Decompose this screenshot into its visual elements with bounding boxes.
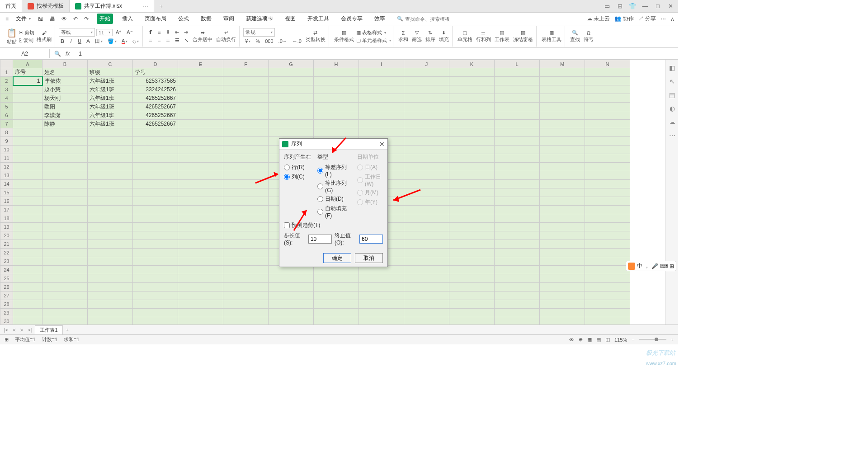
cell[interactable] [178,188,223,197]
stop-input[interactable] [359,235,383,244]
share-button[interactable]: ↗ 分享 [638,15,656,23]
cell[interactable] [495,137,540,146]
side-chart-icon[interactable]: ◐ [670,105,675,112]
cell[interactable] [404,283,449,291]
border-button[interactable]: 田▾ [93,38,104,45]
cell[interactable] [269,283,314,291]
cell[interactable] [540,257,585,266]
cell[interactable]: 姓名 [42,68,88,77]
tab-member[interactable]: 会员专享 [338,14,365,24]
cell[interactable] [269,85,314,94]
cell-button[interactable]: ▢单元格 [456,30,474,43]
tab-workbook[interactable]: 共享工作簿.xlsx⋯ [70,0,154,12]
row-header[interactable]: 9 [0,137,13,146]
cell[interactable] [585,85,630,94]
name-box[interactable]: A2 [0,49,50,58]
cell[interactable] [449,283,495,291]
side-gear-icon[interactable]: ◧ [669,64,675,71]
align-center-icon[interactable]: ≡ [156,37,163,44]
cell[interactable] [88,317,133,325]
row-header[interactable]: 27 [0,291,13,300]
cell[interactable] [585,197,630,206]
row-header[interactable]: 19 [0,223,13,231]
cell[interactable] [223,120,269,128]
cell[interactable] [540,309,585,317]
cell[interactable] [88,171,133,180]
cell[interactable] [449,274,495,283]
cell[interactable] [42,180,88,188]
decimal-inc-icon[interactable]: .0→ [277,38,289,45]
cell[interactable] [314,309,359,317]
cell[interactable] [585,180,630,188]
cell[interactable]: 六年级1班 [88,103,133,111]
view-eye-icon[interactable]: 👁 [569,337,574,343]
row-header[interactable]: 30 [0,317,13,325]
cell[interactable] [88,206,133,214]
cell[interactable] [223,223,269,231]
cell[interactable] [269,120,314,128]
more-icon[interactable]: ⋯ [660,16,666,22]
cell[interactable] [42,283,88,291]
cell[interactable] [314,274,359,283]
row-header[interactable]: 28 [0,300,13,309]
cell[interactable] [223,137,269,146]
cell[interactable] [178,85,223,94]
cell[interactable] [223,77,269,85]
sheet-prev-icon[interactable]: < [11,327,17,333]
cell[interactable] [88,266,133,274]
cell[interactable] [223,128,269,137]
cell[interactable] [585,163,630,171]
cell[interactable] [540,223,585,231]
cell[interactable] [495,171,540,180]
col-header[interactable]: G [269,60,314,68]
cell[interactable] [585,154,630,163]
cell[interactable] [540,68,585,77]
tab-newtab[interactable]: 新建选项卡 [243,14,276,24]
cell[interactable] [495,231,540,240]
cell[interactable] [133,146,178,154]
cell[interactable] [133,257,178,266]
align-left-icon[interactable]: ≣ [146,37,154,44]
cell[interactable] [495,103,540,111]
cell[interactable]: 班级 [88,68,133,77]
row-header[interactable]: 7 [0,120,13,128]
cell[interactable] [449,223,495,231]
cell[interactable] [42,231,88,240]
cell[interactable] [88,240,133,249]
cell[interactable] [133,309,178,317]
cell[interactable] [540,214,585,223]
cell[interactable] [133,231,178,240]
tab-start[interactable]: 开始 [97,14,113,24]
cell[interactable] [133,240,178,249]
cell[interactable] [585,283,630,291]
cell[interactable] [133,223,178,231]
cell[interactable] [13,240,42,249]
cell[interactable] [223,317,269,325]
view-page-icon[interactable]: ▤ [596,337,601,343]
tab-dev[interactable]: 开发工具 [305,14,332,24]
cell[interactable] [359,283,404,291]
cell[interactable] [540,266,585,274]
sheet-add-icon[interactable]: + [65,327,70,333]
cell[interactable] [88,180,133,188]
cell[interactable] [585,171,630,180]
cell[interactable] [495,291,540,300]
cell[interactable] [223,154,269,163]
side-more-icon[interactable]: ⋯ [669,132,675,139]
cell[interactable] [585,111,630,120]
cell[interactable]: 六年级1班 [88,111,133,120]
col-header[interactable]: N [585,60,630,68]
command-search-input[interactable] [405,16,464,22]
cell[interactable] [404,146,449,154]
cell[interactable] [13,163,42,171]
cell[interactable] [540,94,585,103]
cell[interactable] [133,188,178,197]
col-header[interactable] [0,60,13,68]
cell[interactable] [178,291,223,300]
font-color-button[interactable]: A▾ [120,38,129,45]
dialog-close-icon[interactable]: ✕ [379,141,385,148]
cell[interactable] [495,85,540,94]
row-header[interactable]: 8 [0,128,13,137]
ok-button[interactable]: 确定 [323,253,351,263]
menu-icon[interactable]: ≡ [4,15,10,23]
